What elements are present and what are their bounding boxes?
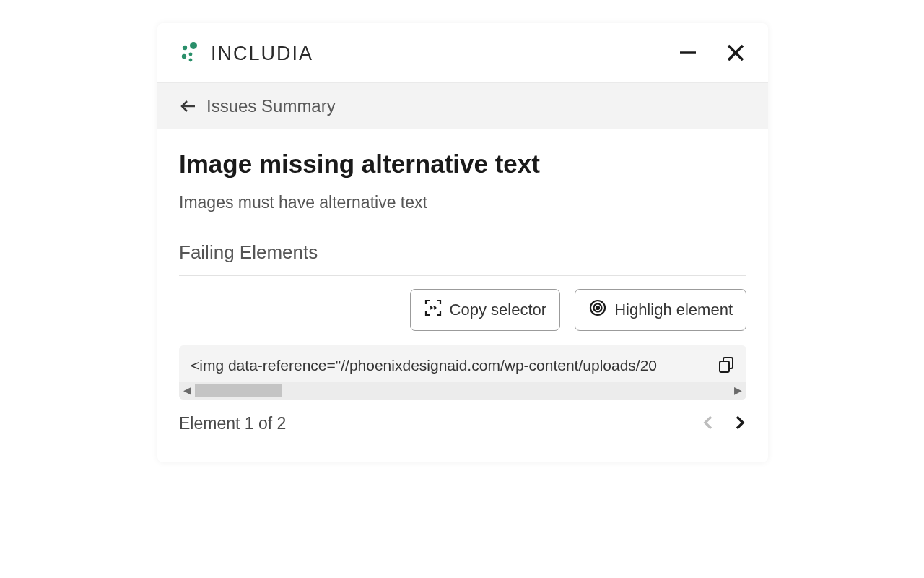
prev-element-button[interactable] <box>702 414 715 434</box>
issue-description: Images must have alternative text <box>179 193 746 212</box>
copy-code-button[interactable] <box>718 355 735 375</box>
issue-detail-panel: INCLUDIA <box>157 23 768 462</box>
element-pager: Element 1 of 2 <box>179 414 746 434</box>
panel-header: INCLUDIA <box>157 23 768 83</box>
highlight-element-label: Highligh element <box>614 301 733 319</box>
close-button[interactable] <box>725 42 746 66</box>
copy-icon <box>718 355 735 375</box>
next-element-button[interactable] <box>733 414 746 434</box>
breadcrumb-bar[interactable]: Issues Summary <box>157 83 768 129</box>
selector-icon <box>424 298 443 322</box>
copy-selector-button[interactable]: Copy selector <box>410 289 561 331</box>
scrollbar-thumb[interactable] <box>195 384 282 397</box>
svg-point-11 <box>596 306 599 309</box>
svg-rect-13 <box>720 361 729 372</box>
issue-title: Image missing alternative text <box>179 150 746 178</box>
brand-name: INCLUDIA <box>211 43 313 65</box>
panel-content: Image missing alternative text Images mu… <box>157 129 768 462</box>
svg-point-2 <box>182 54 186 59</box>
copy-selector-label: Copy selector <box>450 301 547 319</box>
failing-elements-heading: Failing Elements <box>179 241 746 276</box>
highlight-element-button[interactable]: Highligh element <box>575 289 746 331</box>
brand-logo-icon <box>179 40 202 66</box>
code-snippet-text: <img data-reference="//phoenixdesignaid.… <box>191 357 710 374</box>
close-icon <box>725 42 746 66</box>
scroll-right-icon: ▶ <box>734 384 742 396</box>
code-snippet-box: <img data-reference="//phoenixdesignaid.… <box>179 345 746 400</box>
svg-point-1 <box>190 42 197 49</box>
svg-point-4 <box>189 59 193 62</box>
pager-label: Element 1 of 2 <box>179 414 286 434</box>
scroll-left-icon: ◀ <box>183 384 191 396</box>
svg-point-3 <box>189 53 193 56</box>
brand: INCLUDIA <box>179 40 313 66</box>
pager-arrows <box>702 414 746 434</box>
breadcrumb-label: Issues Summary <box>206 96 336 116</box>
svg-point-0 <box>183 46 187 50</box>
back-arrow-icon <box>179 97 198 116</box>
minimize-button[interactable] <box>677 42 699 66</box>
target-icon <box>588 298 607 322</box>
horizontal-scrollbar[interactable]: ◀ ▶ <box>179 382 746 400</box>
element-actions: Copy selector Highligh element <box>179 289 746 331</box>
header-actions <box>677 42 746 66</box>
chevron-left-icon <box>702 414 715 434</box>
minimize-icon <box>677 42 699 66</box>
chevron-right-icon <box>733 414 746 434</box>
